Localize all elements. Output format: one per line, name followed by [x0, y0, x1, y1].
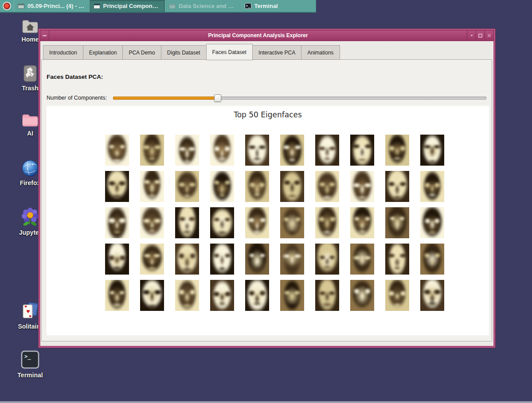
- eigenface-45: [245, 280, 269, 311]
- components-slider[interactable]: [113, 97, 486, 100]
- eigenface-10: [420, 135, 444, 166]
- shade-button[interactable]: [40, 31, 49, 40]
- pca-explorer-window: Principal Component Analysis Explorer ✕ …: [38, 28, 496, 348]
- tab-digits-dataset[interactable]: Digits Dataset: [161, 45, 206, 60]
- eigenface-4: [210, 135, 234, 166]
- eigenface-12: [140, 171, 164, 202]
- eigenface-46: [280, 280, 304, 311]
- tab-interactive-pca[interactable]: Interactive PCA: [253, 45, 301, 60]
- eigenface-39: [385, 244, 409, 275]
- window-client-area: Introduction Explanation PCA Demo Digits…: [40, 41, 493, 346]
- eigenface-38: [350, 244, 374, 275]
- eigenface-28: [350, 207, 374, 238]
- desktop: Home Trash AI Firefox: [0, 0, 532, 403]
- eigenface-8: [350, 135, 374, 166]
- eigenface-47: [315, 280, 339, 311]
- taskbar-item-pca-explorer[interactable]: Principal Component ...: [90, 0, 165, 12]
- eigenface-26: [280, 207, 304, 238]
- eigenface-21: [105, 207, 129, 238]
- eigenface-5: [245, 135, 269, 166]
- faces-dataset-pane: Faces Dataset PCA: Number of Components:…: [41, 59, 492, 341]
- taskbar-item-terminal[interactable]: >_ Terminal: [241, 0, 317, 12]
- desktop-icon-label: Firefox: [20, 179, 41, 186]
- tab-faces-dataset[interactable]: Faces Dataset: [206, 44, 253, 60]
- close-icon: ✕: [487, 33, 492, 39]
- eigenface-49: [385, 280, 409, 311]
- eigenface-33: [175, 244, 199, 275]
- eigenface-25: [245, 207, 269, 238]
- eigenface-30: [420, 207, 444, 238]
- taskbar-item-data-science[interactable]: Data Science and ML ...: [165, 0, 241, 12]
- eigenface-2: [140, 135, 164, 166]
- plot-title: Top 50 Eigenfaces: [47, 110, 489, 119]
- maximize-button[interactable]: [476, 31, 485, 40]
- window-titlebar[interactable]: Principal Component Analysis Explorer ✕: [40, 30, 494, 41]
- eigenface-44: [210, 280, 234, 311]
- window-icon: [169, 4, 176, 9]
- playing-cards-icon: ♥ ♥ ♥: [21, 301, 39, 321]
- eigenface-43: [175, 280, 199, 311]
- pink-folder-icon: [22, 113, 39, 128]
- eigenface-27: [315, 207, 339, 238]
- eigenface-18: [350, 171, 374, 202]
- svg-text:♥: ♥: [26, 309, 30, 314]
- tab-animations[interactable]: Animations: [301, 45, 340, 60]
- window-icon: [18, 4, 24, 9]
- eigenface-16: [280, 171, 304, 202]
- eigenface-17: [315, 171, 339, 202]
- svg-text:♥: ♥: [29, 315, 31, 318]
- close-button[interactable]: ✕: [485, 31, 493, 40]
- window-title: Principal Component Analysis Explorer: [49, 32, 467, 39]
- window-icon: [94, 4, 100, 9]
- desktop-icon-label: AI: [27, 130, 33, 137]
- firefox-globe-icon: [21, 159, 39, 177]
- eigenface-1: [105, 135, 129, 166]
- eigenface-41: [105, 280, 129, 311]
- eigenface-13: [175, 171, 199, 202]
- eigenface-36: [280, 244, 304, 275]
- home-folder-icon: [22, 19, 39, 34]
- desktop-icon-label: Home: [22, 36, 39, 43]
- eigenface-24: [210, 207, 234, 238]
- eigenface-32: [140, 244, 164, 275]
- eigenface-3: [175, 135, 199, 166]
- dot-icon: [471, 35, 473, 36]
- eigenface-20: [420, 171, 444, 202]
- eigenface-34: [210, 244, 234, 275]
- eigenface-7: [315, 135, 339, 166]
- eigenface-29: [385, 207, 409, 238]
- jupyter-flower-icon: [21, 207, 39, 227]
- tab-explanation[interactable]: Explanation: [83, 45, 123, 60]
- tab-introduction[interactable]: Introduction: [43, 45, 83, 60]
- components-slider-row: Number of Components:: [47, 93, 486, 102]
- minimize-button[interactable]: [467, 31, 476, 40]
- eigenface-48: [350, 280, 374, 311]
- eigenface-35: [245, 244, 269, 275]
- tab-bar: Introduction Explanation PCA Demo Digits…: [43, 44, 340, 60]
- desktop-icon-terminal[interactable]: >_ Terminal: [12, 350, 49, 379]
- desktop-icon-label: Terminal: [17, 372, 43, 379]
- eigenface-14: [210, 171, 234, 202]
- slider-handle[interactable]: [214, 94, 221, 102]
- tab-pca-demo[interactable]: PCA Demo: [122, 45, 160, 60]
- terminal-icon: >_: [20, 350, 40, 369]
- eigenface-42: [140, 280, 164, 311]
- eigenface-31: [105, 244, 129, 275]
- taskbar-item-notebook[interactable]: 05.09-Princi... (4) - J...: [14, 0, 90, 12]
- eigenface-19: [385, 171, 409, 202]
- taskbar: 05.09-Princi... (4) - J... Principal Com…: [0, 0, 316, 13]
- eigenface-15: [245, 171, 269, 202]
- pane-heading: Faces Dataset PCA:: [47, 74, 103, 80]
- eigenface-37: [315, 244, 339, 275]
- eigenface-50: [420, 280, 444, 311]
- eigenface-22: [140, 207, 164, 238]
- record-icon[interactable]: [3, 2, 11, 10]
- slider-fill: [113, 97, 218, 100]
- trash-icon: [23, 65, 38, 82]
- square-icon: [478, 34, 482, 38]
- eigenface-6: [280, 135, 304, 166]
- eigenface-23: [175, 207, 199, 238]
- bottom-edge-strip: [0, 401, 532, 403]
- eigenfaces-plot: Top 50 Eigenfaces: [47, 106, 489, 335]
- eigenface-9: [385, 135, 409, 166]
